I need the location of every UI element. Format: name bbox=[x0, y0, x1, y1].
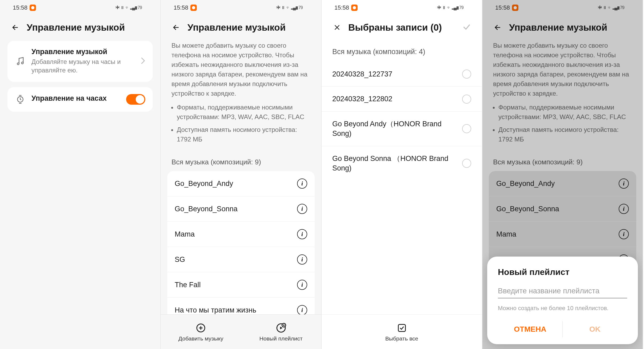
playlist-add-icon bbox=[275, 322, 287, 334]
music-manage-card[interactable]: Управление музыкой Добавляйте музыку на … bbox=[7, 41, 153, 82]
list-item[interactable]: 20240328_122802 bbox=[322, 87, 482, 111]
status-time: 15:58 bbox=[334, 4, 349, 11]
app-indicator-icon bbox=[30, 5, 36, 11]
list-item[interactable]: 20240328_122737 bbox=[322, 62, 482, 87]
button-label: Выбрать все bbox=[385, 335, 418, 342]
card-title: Управление на часах bbox=[31, 94, 120, 103]
info-icon[interactable]: i bbox=[619, 204, 629, 214]
description-text: Вы можете добавить музыку со своего теле… bbox=[482, 41, 643, 103]
svg-text:✱ ⏸ ᯤ ▂▄▆ 79: ✱ ⏸ ᯤ ▂▄▆ 79 bbox=[437, 5, 464, 10]
section-title: Вся музыка (композиций: 4) bbox=[322, 41, 482, 62]
status-bar: 15:58 ✱ ⏸ ᯤ ▂▄▆ 79 bbox=[0, 0, 160, 15]
status-indicators: ✱ ⏸ ᯤ ▂▄▆ 79 bbox=[437, 5, 469, 11]
radio-icon[interactable] bbox=[462, 159, 471, 168]
card-subtitle: Добавляйте музыку на часы и управляйте е… bbox=[31, 58, 135, 75]
new-playlist-dialog: Новый плейлист Можно создать не более 10… bbox=[487, 257, 638, 344]
description-text: Вы можете добавить музыку со своего теле… bbox=[161, 41, 321, 103]
music-note-icon bbox=[15, 56, 26, 67]
status-time: 15:58 bbox=[174, 4, 188, 11]
info-icon[interactable]: i bbox=[297, 229, 307, 239]
bottom-toolbar: Добавить музыку Новый плейлист bbox=[161, 314, 321, 349]
cancel-button[interactable]: ОТМЕНА bbox=[498, 321, 563, 337]
new-playlist-button[interactable]: Новый плейлист bbox=[241, 315, 321, 349]
app-indicator-icon bbox=[351, 5, 358, 11]
list-item[interactable]: Mamai bbox=[167, 222, 315, 247]
radio-icon[interactable] bbox=[462, 70, 471, 79]
dialog-hint: Можно создать не более 10 плейлистов. bbox=[498, 305, 627, 312]
svg-text:✱ ⏸ ᯤ ▂▄▆ 79: ✱ ⏸ ᯤ ▂▄▆ 79 bbox=[115, 5, 142, 10]
status-indicators: ✱ ⏸ ᯤ ▂▄▆ 79 bbox=[115, 5, 147, 11]
status-bar: 15:58 ✱ ⏸ ᯤ ▂▄▆ 79 bbox=[322, 0, 482, 15]
section-title: Вся музыка (композиций: 9) bbox=[161, 153, 321, 171]
status-time: 15:58 bbox=[13, 4, 27, 11]
watch-control-card: Управление на часах bbox=[7, 87, 153, 112]
radio-icon[interactable] bbox=[462, 124, 471, 133]
info-icon[interactable]: i bbox=[297, 178, 307, 189]
confirm-icon[interactable] bbox=[462, 22, 471, 33]
status-indicators: ✱ ⏸ ᯤ ▂▄▆ 79 bbox=[598, 5, 630, 11]
list-item[interactable]: Go_Beyond_Andyi bbox=[489, 171, 636, 196]
button-label: Добавить музыку bbox=[178, 335, 223, 342]
card-title: Управление музыкой bbox=[31, 48, 135, 56]
svg-text:✱ ⏸ ᯤ ▂▄▆ 79: ✱ ⏸ ᯤ ▂▄▆ 79 bbox=[598, 5, 625, 10]
ok-button[interactable]: OK bbox=[563, 321, 627, 337]
status-time: 15:58 bbox=[495, 4, 510, 11]
page-title: Управление музыкой bbox=[509, 22, 607, 33]
list-item[interactable]: SGi bbox=[167, 247, 315, 272]
plus-circle-icon bbox=[195, 322, 207, 334]
svg-rect-9 bbox=[398, 324, 405, 331]
svg-point-1 bbox=[17, 63, 19, 65]
info-icon[interactable]: i bbox=[297, 305, 307, 314]
memory-bullet: Доступная память носимого устройства: 17… bbox=[177, 125, 310, 144]
playlist-name-input[interactable] bbox=[498, 285, 627, 298]
page-title: Управление музыкой bbox=[187, 22, 286, 33]
info-icon[interactable]: i bbox=[297, 254, 307, 265]
info-icon[interactable]: i bbox=[619, 229, 629, 239]
button-label: Новый плейлист bbox=[259, 335, 303, 342]
svg-point-2 bbox=[21, 62, 23, 64]
info-icon[interactable]: i bbox=[297, 280, 307, 290]
list-item[interactable]: The Falli bbox=[167, 272, 315, 298]
back-icon[interactable] bbox=[11, 23, 20, 32]
list-item[interactable]: Go_Beyond_Andyi bbox=[167, 171, 315, 196]
list-item[interactable]: Go Beyond Sonna （HONOR Brand Song) bbox=[322, 146, 482, 181]
status-indicators: ✱ ⏸ ᯤ ▂▄▆ 79 bbox=[276, 5, 308, 11]
music-list: Go_Beyond_Andyi Go_Beyond_Sonnai Mamai S… bbox=[167, 171, 315, 314]
back-icon[interactable] bbox=[171, 23, 181, 32]
list-item[interactable]: Mamai bbox=[489, 222, 636, 247]
select-all-icon bbox=[396, 322, 408, 334]
list-item[interactable]: Go_Beyond_Sonnai bbox=[167, 196, 315, 222]
list-item[interactable]: Go_Beyond_Sonnai bbox=[489, 196, 636, 222]
status-bar: 15:58 ✱ ⏸ ᯤ ▂▄▆ 79 bbox=[161, 0, 321, 15]
page-title: Выбраны записи (0) bbox=[348, 22, 442, 33]
info-icon[interactable]: i bbox=[297, 204, 307, 214]
dialog-title: Новый плейлист bbox=[498, 267, 627, 277]
status-bar: 15:58 ✱ ⏸ ᯤ ▂▄▆ 79 bbox=[482, 0, 643, 15]
info-icon[interactable]: i bbox=[619, 178, 629, 189]
list-item[interactable]: На что мы тратим жизньi bbox=[167, 298, 315, 314]
page-title: Управление музыкой bbox=[27, 22, 125, 33]
chevron-right-icon bbox=[141, 57, 145, 66]
app-indicator-icon bbox=[512, 5, 518, 11]
watch-control-toggle[interactable] bbox=[126, 94, 145, 105]
format-bullet: Форматы, поддерживаемые носимыми устройс… bbox=[177, 103, 310, 122]
format-bullet: Форматы, поддерживаемые носимыми устройс… bbox=[498, 103, 632, 122]
section-title: Вся музыка (композиций: 9) bbox=[482, 153, 643, 171]
app-indicator-icon bbox=[190, 5, 197, 11]
close-icon[interactable] bbox=[332, 23, 342, 32]
music-list: 20240328_122737 20240328_122802 Go Beyon… bbox=[322, 62, 482, 181]
list-item[interactable]: Go Beyond Andy（HONOR Brand Song) bbox=[322, 112, 482, 146]
back-icon[interactable] bbox=[493, 23, 503, 32]
svg-text:✱ ⏸ ᯤ ▂▄▆ 79: ✱ ⏸ ᯤ ▂▄▆ 79 bbox=[276, 5, 303, 10]
bottom-toolbar: Выбрать все bbox=[322, 314, 482, 349]
memory-bullet: Доступная память носимого устройства: 17… bbox=[498, 125, 632, 144]
watch-icon bbox=[15, 94, 26, 105]
select-all-button[interactable]: Выбрать все bbox=[322, 315, 482, 349]
radio-icon[interactable] bbox=[462, 95, 471, 104]
add-music-button[interactable]: Добавить музыку bbox=[161, 315, 241, 349]
